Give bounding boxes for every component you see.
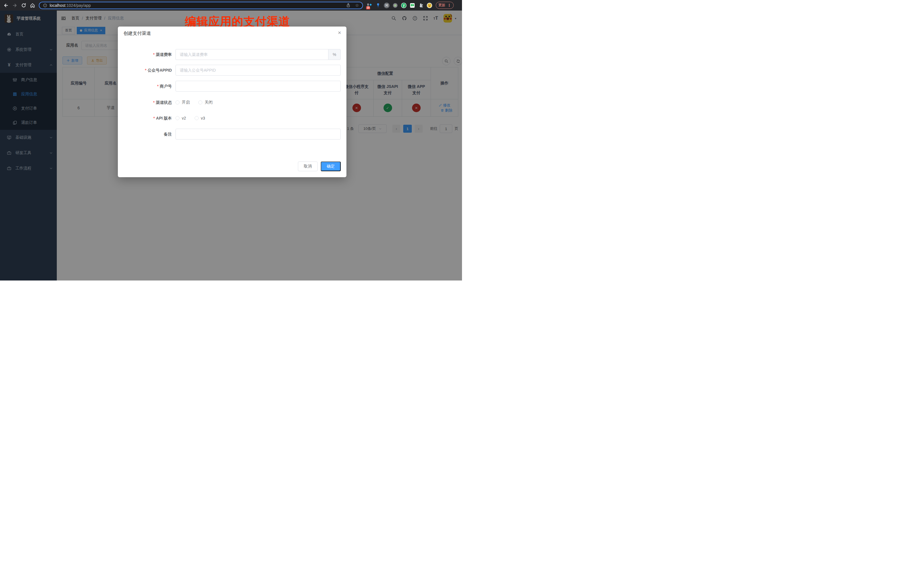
reload-icon[interactable] bbox=[21, 3, 27, 8]
radio-api-v2[interactable]: v2 bbox=[176, 116, 186, 120]
browser-chrome: localhost:1024/pay/app ☆ 10 ⌘ y bbox=[0, 0, 462, 10]
url-host: localhost bbox=[50, 3, 65, 8]
url-bar[interactable]: localhost:1024/pay/app ☆ bbox=[39, 2, 363, 9]
merchant-id-input[interactable] bbox=[176, 81, 341, 92]
radio-label: 开启 bbox=[182, 100, 190, 105]
radio-circle-icon bbox=[176, 116, 180, 120]
extension-badge: 10 bbox=[366, 6, 370, 9]
form-row-channel-status: *渠道状态 开启 关闭 bbox=[123, 97, 341, 108]
recorder-extension-icon[interactable] bbox=[392, 3, 398, 8]
command-glyph: ⌘ bbox=[385, 3, 388, 8]
merchant-id-label: *商户号 bbox=[123, 81, 172, 92]
required-asterisk: * bbox=[153, 52, 154, 57]
required-asterisk: * bbox=[157, 84, 159, 88]
appid-label: *公众号APPID bbox=[123, 65, 172, 76]
dialog-close-icon[interactable]: ✕ bbox=[338, 30, 341, 35]
radio-label: v2 bbox=[182, 116, 186, 120]
chat-extension-icon[interactable] bbox=[410, 3, 415, 8]
remark-input[interactable] bbox=[176, 129, 341, 140]
appid-input[interactable] bbox=[176, 65, 341, 76]
channel-rate-label: *渠道费率 bbox=[123, 49, 172, 60]
channel-rate-input[interactable] bbox=[176, 49, 328, 60]
form-row-remark: 备注 bbox=[123, 129, 341, 140]
site-info-icon[interactable] bbox=[43, 3, 47, 8]
tab-manager-extension-icon[interactable]: 10 bbox=[367, 3, 372, 8]
remark-label: 备注 bbox=[123, 129, 172, 140]
dialog-footer: 取消 确定 bbox=[298, 162, 341, 171]
y-extension-icon[interactable]: y bbox=[401, 3, 406, 8]
bookmark-star-icon[interactable]: ☆ bbox=[355, 3, 359, 8]
radio-status-open[interactable]: 开启 bbox=[176, 100, 190, 105]
radio-circle-icon bbox=[198, 100, 202, 105]
extension-row: 10 ⌘ y bbox=[367, 3, 432, 8]
radio-status-closed[interactable]: 关闭 bbox=[198, 100, 213, 105]
update-label: 更新 bbox=[438, 3, 446, 8]
shortcut-extension-icon[interactable]: ⌘ bbox=[384, 3, 390, 8]
radio-label: 关闭 bbox=[205, 100, 213, 105]
radio-circle-icon bbox=[176, 100, 180, 105]
required-asterisk: * bbox=[145, 68, 146, 72]
home-icon[interactable] bbox=[30, 3, 35, 8]
forward-icon[interactable] bbox=[12, 3, 18, 8]
browser-update-button[interactable]: 更新 ⋮ bbox=[436, 2, 454, 9]
label-text: API 版本 bbox=[156, 116, 172, 120]
api-version-label: *API 版本 bbox=[123, 113, 172, 123]
y-glyph: y bbox=[401, 3, 406, 7]
percent-suffix: % bbox=[328, 49, 341, 60]
required-asterisk: * bbox=[153, 116, 154, 120]
label-text: 商户号 bbox=[160, 84, 172, 88]
form-row-merchant-id: *商户号 bbox=[123, 81, 341, 92]
extensions-puzzle-icon[interactable] bbox=[418, 3, 424, 8]
label-text: 渠道状态 bbox=[156, 100, 172, 105]
browser-menu-icon[interactable]: ⋮ bbox=[447, 3, 451, 8]
cancel-button[interactable]: 取消 bbox=[298, 162, 318, 171]
profile-emoji-icon[interactable] bbox=[427, 3, 432, 8]
confirm-button[interactable]: 确定 bbox=[321, 162, 341, 171]
form-row-appid: *公众号APPID bbox=[123, 65, 341, 76]
create-payment-channel-dialog: 创建支付渠道 ✕ *渠道费率 % *公众号APPID *商户号 *渠道状态 开启… bbox=[118, 27, 346, 177]
radio-circle-icon bbox=[195, 116, 199, 120]
form-row-channel-rate: *渠道费率 % bbox=[123, 49, 341, 60]
url-path: :1024/pay/app bbox=[65, 3, 91, 8]
balloon-extension-icon[interactable] bbox=[375, 3, 381, 8]
label-text: 渠道费率 bbox=[156, 52, 172, 57]
form-row-api-version: *API 版本 v2 v3 bbox=[123, 113, 341, 123]
back-icon[interactable] bbox=[3, 3, 9, 8]
label-text: 公众号APPID bbox=[147, 68, 172, 72]
radio-api-v3[interactable]: v3 bbox=[195, 116, 205, 120]
dialog-title: 创建支付渠道 bbox=[123, 30, 151, 36]
channel-status-label: *渠道状态 bbox=[123, 97, 172, 108]
label-text: 备注 bbox=[164, 132, 172, 136]
required-asterisk: * bbox=[153, 100, 154, 105]
radio-label: v3 bbox=[201, 116, 205, 120]
share-icon[interactable] bbox=[346, 3, 351, 8]
